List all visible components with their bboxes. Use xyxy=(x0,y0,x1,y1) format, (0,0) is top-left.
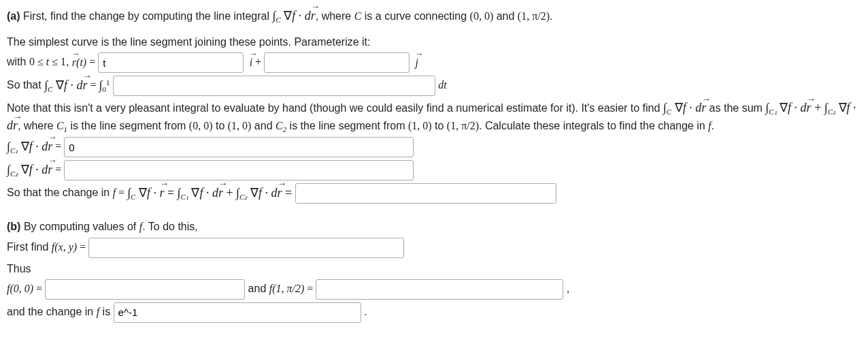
note8: to xyxy=(432,120,447,131)
and-text-b: and xyxy=(248,283,269,294)
intro-text-2: , where xyxy=(316,10,354,22)
p10: (1, 0) xyxy=(228,120,252,131)
j-hat: j xyxy=(413,57,418,68)
eq: = xyxy=(86,57,98,68)
eq3: = xyxy=(116,187,127,199)
note7: is the line segment from xyxy=(286,120,408,131)
c1-value-input[interactable] xyxy=(64,137,414,157)
intro-text-1: First, find the change by computing the … xyxy=(20,10,273,22)
part-b-label: (b) xyxy=(7,221,20,232)
point-1pi2: (1, π/2) xyxy=(518,10,550,22)
note1: Note that this isn't a very pleasant int… xyxy=(7,102,663,114)
change-expr: ∫C ∇f · r = ∫C₁ ∇f · dr + ∫C₂ ∇f · dr = xyxy=(127,186,295,200)
is-text: is xyxy=(99,306,113,317)
j-component-input[interactable] xyxy=(264,52,410,73)
so-that-2: So that the change in xyxy=(7,187,113,199)
note9: . Calculate these integrals to find the … xyxy=(479,120,708,131)
f00-input[interactable] xyxy=(45,279,245,300)
final-period: . xyxy=(364,306,367,317)
fxy-input[interactable] xyxy=(88,238,404,258)
point-00: (0, 0) xyxy=(470,10,494,22)
dt-text: dt xyxy=(438,80,446,91)
change-in-f-row: and the change in f is . xyxy=(7,302,861,323)
period: . xyxy=(550,10,552,22)
note3: , where xyxy=(18,120,56,131)
thus-text: Thus xyxy=(7,261,861,277)
curve-C: C xyxy=(354,10,362,22)
trailing-comma: , xyxy=(567,283,569,294)
lhs-integral: ∫C ∇f · dr xyxy=(44,78,87,92)
c2-value-input[interactable] xyxy=(64,160,414,180)
note4: is the line segment from xyxy=(67,120,189,131)
c1-integral-row: ∫C₁ ∇f · dr = xyxy=(7,137,861,157)
b-intro-2: . To do this, xyxy=(142,221,198,232)
integral-expr: ∫C ∇f · dr xyxy=(272,9,315,22)
b-eq-3: = xyxy=(304,283,316,294)
with-text: with xyxy=(7,57,29,68)
c2-name: C2 xyxy=(276,120,286,131)
f00-label: f(0, 0) xyxy=(7,283,33,294)
f1p-label: f(1, π/2) xyxy=(269,283,305,294)
and-text: and xyxy=(493,10,518,22)
c1-name: C1 xyxy=(56,120,67,131)
p10b: (1, 0) xyxy=(408,120,432,131)
integrand-input[interactable] xyxy=(113,76,435,96)
part-a-intro: (a) First, find the change by computing … xyxy=(7,7,861,25)
f-values-row: f(0, 0) = and f(1, π/2) = , xyxy=(7,279,861,300)
b-eq: = xyxy=(77,241,88,253)
change-value-input[interactable] xyxy=(295,183,556,204)
c2-lhs: ∫C₂ ∇f · dr xyxy=(7,163,52,176)
i-component-input[interactable] xyxy=(98,52,244,73)
t-range: 0 ≤ t ≤ 1 xyxy=(29,57,66,68)
part-b-intro: (b) By computing values of f. To do this… xyxy=(7,219,861,234)
int-0-1: ∫01 xyxy=(99,78,110,92)
change-b-input[interactable] xyxy=(114,302,361,323)
int-C-expr: ∫C ∇f · dr xyxy=(663,101,706,114)
first-find-row: First find f(x, y) = xyxy=(7,238,861,258)
change-text: and the change in xyxy=(7,306,97,317)
f-period: . xyxy=(712,120,714,131)
f1p-input[interactable] xyxy=(316,279,563,300)
c2-integral-row: ∫C₂ ∇f · dr = xyxy=(7,160,861,180)
so-that-text: So that xyxy=(7,80,44,91)
first-find-text: First find xyxy=(7,241,52,253)
p1p: (1, π/2) xyxy=(447,120,479,131)
parameterize-row: with 0 ≤ t ≤ 1, r(t) = i + j xyxy=(7,52,861,73)
note2: as the sum xyxy=(706,102,765,114)
r-of-t: r(t) xyxy=(72,57,86,68)
comma: , xyxy=(66,57,72,68)
c1-lhs: ∫C₁ ∇f · dr xyxy=(7,140,52,153)
note5: to xyxy=(213,120,228,131)
intro-text-3: is a curve connecting xyxy=(361,10,469,22)
part-a-label: (a) xyxy=(7,10,20,22)
simplest-curve-text: The simplest curve is the line segment j… xyxy=(7,34,861,50)
so-that-row-1: So that ∫C ∇f · dr = ∫01 dt xyxy=(7,76,861,96)
f-xy: f(x, y) xyxy=(52,241,77,253)
i-hat: i xyxy=(247,57,252,68)
b-eq-2: = xyxy=(33,283,45,294)
note-paragraph: Note that this isn't a very pleasant int… xyxy=(7,99,861,134)
p00: (0, 0) xyxy=(189,120,213,131)
note6: and xyxy=(251,120,276,131)
so-that-change-row: So that the change in f = ∫C ∇f · r = ∫C… xyxy=(7,183,861,204)
b-intro-1: By computing values of xyxy=(20,221,139,232)
